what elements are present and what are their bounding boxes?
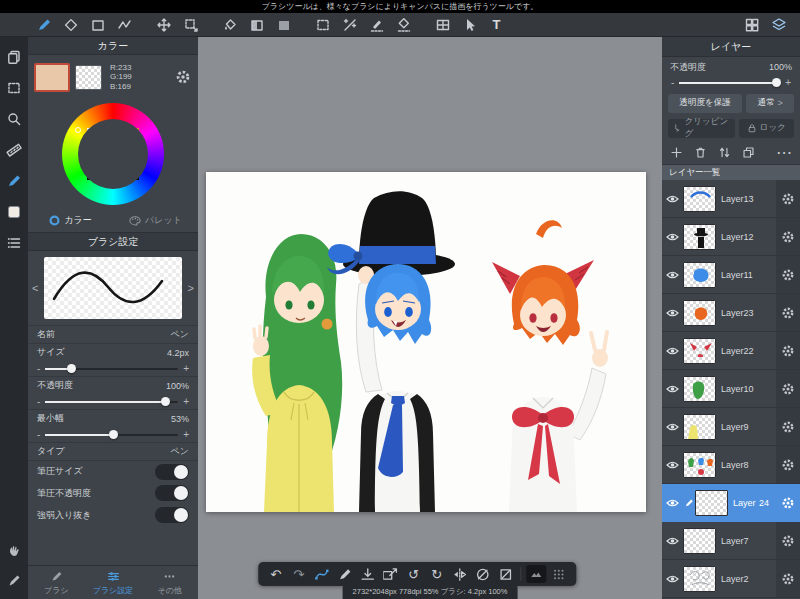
layer-row[interactable]: Layer12 [662,218,800,256]
layer-opacity-slider[interactable] [679,77,780,88]
plus-label[interactable]: + [183,429,189,440]
frame-divide-tool-button[interactable] [429,14,456,36]
pressure-opacity-toggle[interactable] [155,485,189,501]
ruler-icon[interactable] [6,142,22,158]
layer-row-selected[interactable]: Layer 24 [662,484,800,522]
layer-visibility-eye-icon[interactable] [662,422,683,432]
color-settings-gear-icon[interactable] [176,70,192,84]
more-actions-icon[interactable]: ⋯ [776,143,792,162]
rotate-right-button[interactable]: ↻ [425,563,448,585]
layer-settings-gear-icon[interactable] [776,218,800,255]
selection-panel-icon[interactable] [6,80,22,96]
select-rect-tool-button[interactable] [309,14,336,36]
layer-settings-gear-icon[interactable] [776,408,800,445]
hue-cursor[interactable] [75,127,81,133]
tab-palette[interactable]: パレット [113,209,198,232]
plus-label[interactable]: + [785,77,791,88]
curve-tool-button[interactable] [111,14,138,36]
brush-prev-arrow[interactable]: < [32,282,38,294]
layer-settings-gear-icon[interactable] [776,484,800,521]
layer-settings-gear-icon[interactable] [776,332,800,369]
layer-row[interactable]: Layer13 [662,180,800,218]
stylus-icon[interactable] [6,573,22,589]
layer-visibility-eye-icon[interactable] [662,536,683,546]
layer-visibility-eye-icon[interactable] [662,384,683,394]
select-eraser-tool-button[interactable] [390,14,417,36]
minus-label[interactable]: - [671,77,674,88]
layer-row[interactable]: Layer8 [662,446,800,484]
blend-mode-button[interactable]: 通常> [746,94,794,113]
materials-icon[interactable] [6,235,22,251]
brush-tool-button[interactable] [30,14,57,36]
layers-panel-toggle-icon[interactable] [765,14,792,36]
layer-settings-gear-icon[interactable] [776,446,800,483]
layer-row[interactable]: Layer11 [662,256,800,294]
layer-row[interactable]: Layer10 [662,370,800,408]
tab-others[interactable]: その他 [141,566,198,599]
rotate-left-button[interactable]: ↺ [402,563,425,585]
magic-wand-tool-button[interactable] [336,14,363,36]
layer-settings-gear-icon[interactable] [776,522,800,559]
layer-row[interactable]: Layer22 [662,332,800,370]
layer-settings-gear-icon[interactable] [776,370,800,407]
layer-settings-gear-icon[interactable] [776,256,800,293]
hue-ring[interactable] [62,103,164,205]
lock-button[interactable]: ロック [739,119,794,138]
primary-color-swatch[interactable] [34,63,70,92]
layer-visibility-eye-icon[interactable] [662,460,683,470]
delete-layer-icon[interactable] [694,146,707,159]
reset-rotation-button[interactable] [471,563,494,585]
transform-tool-button[interactable] [177,14,204,36]
save-button[interactable] [356,563,379,585]
layer-settings-gear-icon[interactable] [776,560,800,597]
plus-label[interactable]: + [183,363,189,374]
cursor-tool-button[interactable] [456,14,483,36]
layer-row[interactable]: Layer23 [662,294,800,332]
layer-visibility-eye-icon[interactable] [662,574,683,584]
taper-toggle[interactable] [155,507,189,523]
brush-minwidth-slider[interactable] [45,429,178,440]
color-swatch-icon[interactable] [6,204,22,220]
zoom-icon[interactable] [6,111,22,127]
tab-color[interactable]: カラー [28,209,113,232]
layer-row[interactable]: Layer7 [662,522,800,560]
redo-button[interactable]: ↷ [287,563,310,585]
shape-tool-button[interactable] [84,14,111,36]
minus-label[interactable]: - [37,396,40,407]
text-tool-button[interactable]: T [483,14,510,36]
undo-button[interactable]: ↶ [264,563,287,585]
drag-handle-icon[interactable] [547,563,570,585]
plus-label[interactable]: + [183,396,189,407]
hand-tool-icon[interactable] [6,543,22,559]
select-pen-tool-button[interactable] [363,14,390,36]
layer-visibility-eye-icon[interactable] [662,194,683,204]
pen-button[interactable] [333,563,356,585]
saturation-value-square[interactable] [87,128,139,180]
layer-row[interactable]: Layer9 [662,408,800,446]
minus-label[interactable]: - [37,429,40,440]
brush-size-slider[interactable] [45,363,178,374]
tab-brush-settings[interactable]: ブラシ設定 [85,566,142,599]
layer-settings-gear-icon[interactable] [776,294,800,331]
layer-settings-gear-icon[interactable] [776,180,800,217]
brush-panel-icon[interactable] [6,173,22,189]
sv-cursor[interactable] [122,135,129,142]
gradient-tool-button[interactable] [243,14,270,36]
tab-brush[interactable]: ブラシ [28,566,85,599]
layer-visibility-eye-icon[interactable] [662,308,683,318]
fill-rect-tool-button[interactable] [270,14,297,36]
clipping-button[interactable]: クリッピング [668,119,735,138]
reference-button[interactable] [524,563,547,585]
pages-icon[interactable] [6,49,22,65]
layer-visibility-eye-icon[interactable] [662,232,683,242]
brush-opacity-slider[interactable] [45,396,178,407]
smoothing-button[interactable] [310,563,333,585]
protect-alpha-button[interactable]: 透明度を保護 [668,94,742,113]
canvas-artwork[interactable] [206,172,646,512]
bucket-fill-tool-button[interactable] [216,14,243,36]
clear-button[interactable] [494,563,517,585]
add-layer-icon[interactable] [670,146,683,159]
brush-next-arrow[interactable]: > [188,282,194,294]
export-button[interactable] [379,563,402,585]
reorder-layer-icon[interactable] [718,146,731,159]
